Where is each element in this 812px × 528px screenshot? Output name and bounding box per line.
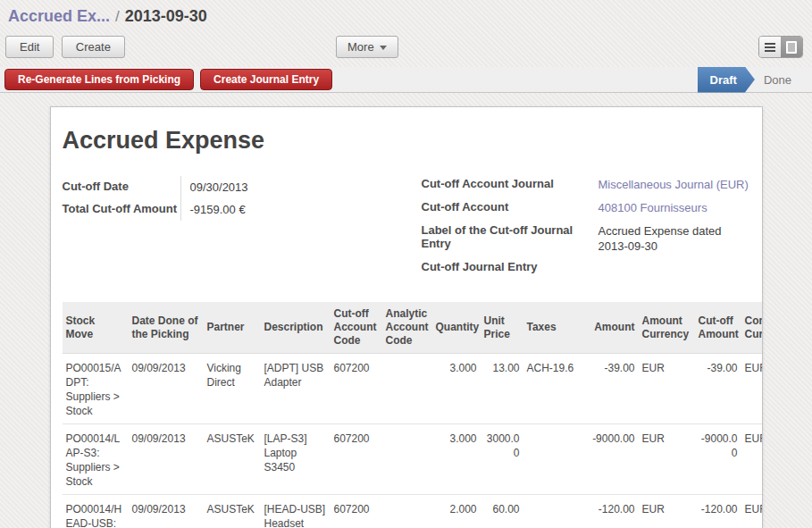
form-view-icon (786, 41, 797, 54)
field-label: Total Cut-off Amount (63, 198, 180, 221)
cell-partner: ASUSTeK (204, 424, 261, 495)
col-amount: Amount (584, 302, 639, 354)
cell-quantity: 2.000 (432, 495, 481, 528)
cell-partner: Vicking Direct (204, 354, 261, 424)
cell-quantity: 3.000 (432, 354, 481, 424)
status-bar: Re-Generate Lines from Picking Create Jo… (0, 67, 812, 93)
col-stock-move: Stock Move (63, 302, 129, 354)
cell-stock-move: PO00015/ADPT: Suppliers > Stock (63, 354, 129, 424)
cell-amount: -39.00 (584, 354, 639, 424)
breadcrumb-current: 2013-09-30 (125, 7, 207, 25)
edit-button[interactable]: Edit (5, 36, 54, 58)
field-value: -9159.00 € (180, 198, 386, 221)
field-value: 09/30/2013 (180, 176, 386, 198)
cell-amount-currency: EUR (639, 424, 695, 495)
col-partner: Partner (204, 302, 261, 354)
page-title: Accrued Expense (63, 127, 750, 155)
table-row[interactable]: PO00014/HEAD-USB: Suppliers > Stock 09/0… (63, 495, 762, 528)
journal-link[interactable]: Miscellaneous Journal (EUR) (599, 176, 750, 195)
col-quantity: Quantity (432, 302, 481, 354)
cell-company-currency: EUR (741, 495, 762, 528)
cell-analytic-account-code (382, 424, 432, 495)
cell-amount: -120.00 (584, 495, 639, 528)
state-draft: Draft (698, 67, 755, 93)
chevron-down-icon (380, 46, 387, 50)
field-label: Cut-off Journal Entry (422, 259, 599, 278)
lines-table: Stock Move Date Done of the Picking Part… (63, 302, 762, 528)
col-cutoff-amount: Cut-off Amount (695, 302, 741, 354)
cell-stock-move: PO00014/HEAD-USB: Suppliers > Stock (63, 495, 129, 528)
cell-quantity: 3.000 (432, 424, 481, 495)
cell-description: [ADPT] USB Adapter (261, 354, 331, 424)
state-widget: Draft Done (698, 67, 808, 93)
cell-cutoff-account-code: 607200 (331, 354, 382, 424)
breadcrumb: Accrued Ex.../2013-09-30 (0, 0, 812, 29)
right-field-group: Cut-off Account Journal Miscellaneous Jo… (422, 176, 750, 282)
cutoff-lines-list: Stock Move Date Done of the Picking Part… (63, 302, 762, 528)
state-done: Done (755, 67, 808, 93)
field-total-cutoff-amount: Total Cut-off Amount -9159.00 € (63, 198, 422, 221)
cell-date-done: 09/09/2013 (129, 495, 204, 528)
cell-cutoff-amount: -120.00 (695, 495, 741, 528)
cell-date-done: 09/09/2013 (129, 354, 204, 424)
field-value: Accrued Expense dated 2013-09-30 (599, 222, 750, 255)
list-view-icon (765, 41, 775, 54)
field-cutoff-account-journal: Cut-off Account Journal Miscellaneous Jo… (422, 176, 750, 195)
cell-unit-price: 3000.00 (481, 424, 523, 495)
field-value (599, 259, 750, 278)
breadcrumb-separator: / (115, 8, 120, 25)
table-row[interactable]: PO00015/ADPT: Suppliers > Stock 09/09/20… (63, 354, 762, 424)
cell-amount-currency: EUR (639, 354, 695, 424)
cell-taxes (523, 424, 584, 495)
cell-analytic-account-code (382, 495, 432, 528)
cell-date-done: 09/09/2013 (129, 424, 204, 495)
form-view-button[interactable] (781, 37, 802, 57)
field-cutoff-date: Cut-off Date 09/30/2013 (63, 176, 422, 198)
cell-amount: -9000.00 (584, 424, 639, 495)
cell-company-currency: EUR (741, 424, 762, 495)
col-company-currency: Company Currency (741, 302, 762, 354)
account-link[interactable]: 408100 Fournisseurs (599, 199, 750, 218)
col-amount-currency: Amount Currency (639, 302, 695, 354)
field-journal-entry-label: Label of the Cut-off Journal Entry Accru… (422, 222, 750, 255)
col-date-done: Date Done of the Picking (129, 302, 204, 354)
table-header-row: Stock Move Date Done of the Picking Part… (63, 302, 762, 354)
cell-description: [LAP-S3] Laptop S3450 (261, 424, 331, 495)
form-sheet: Accrued Expense Cut-off Date 09/30/2013 … (50, 106, 763, 528)
cell-partner: ASUSTeK (204, 495, 261, 528)
cell-cutoff-amount: -39.00 (695, 354, 741, 424)
field-label: Cut-off Date (63, 176, 180, 198)
more-label: More (347, 40, 374, 54)
form-toolbar: Edit Create More (0, 29, 812, 67)
col-taxes: Taxes (523, 302, 584, 354)
col-cutoff-account-code: Cut-off Account Code (331, 302, 382, 354)
col-analytic-account-code: Analytic Account Code (382, 302, 432, 354)
regenerate-lines-button[interactable]: Re-Generate Lines from Picking (4, 69, 194, 90)
more-dropdown-button[interactable]: More (336, 36, 398, 58)
field-cutoff-account: Cut-off Account 408100 Fournisseurs (422, 199, 750, 218)
form-view-area: Accrued Expense Cut-off Date 09/30/2013 … (0, 93, 812, 528)
table-row[interactable]: PO00014/LAP-S3: Suppliers > Stock 09/09/… (63, 424, 762, 495)
field-label: Cut-off Account (422, 199, 599, 218)
cell-cutoff-account-code: 607200 (331, 424, 382, 495)
cell-cutoff-account-code: 607200 (331, 495, 382, 528)
list-view-button[interactable] (759, 37, 781, 57)
cell-company-currency: EUR (741, 354, 762, 424)
field-label: Label of the Cut-off Journal Entry (422, 222, 599, 255)
field-cutoff-journal-entry: Cut-off Journal Entry (422, 259, 750, 278)
field-label: Cut-off Account Journal (422, 176, 599, 195)
cell-unit-price: 60.00 (481, 495, 523, 528)
cell-cutoff-amount: -9000.00 (695, 424, 741, 495)
col-unit-price: Unit Price (481, 302, 523, 354)
cell-stock-move: PO00014/LAP-S3: Suppliers > Stock (63, 424, 129, 495)
create-button[interactable]: Create (62, 36, 125, 58)
left-field-group: Cut-off Date 09/30/2013 Total Cut-off Am… (63, 176, 422, 282)
cell-analytic-account-code (382, 354, 432, 424)
col-description: Description (261, 302, 331, 354)
cell-description: [HEAD-USB] Headset USB (261, 495, 331, 528)
create-journal-entry-button[interactable]: Create Journal Entry (200, 69, 332, 90)
cell-amount-currency: EUR (639, 495, 695, 528)
breadcrumb-parent-link[interactable]: Accrued Ex... (8, 7, 110, 25)
view-switcher (758, 36, 803, 58)
field-groups: Cut-off Date 09/30/2013 Total Cut-off Am… (63, 176, 750, 282)
